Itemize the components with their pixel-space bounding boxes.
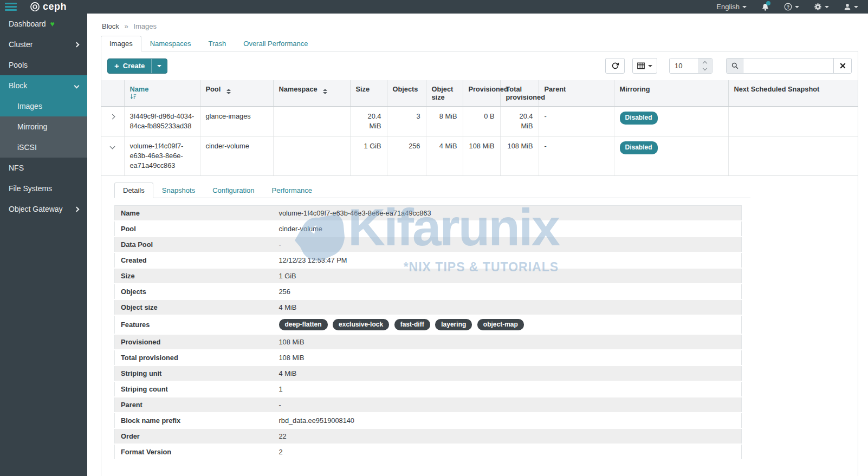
column-header-namespace[interactable]: Namespace <box>273 80 350 107</box>
page-size-stepper[interactable] <box>698 58 712 73</box>
tab-overall-performance[interactable]: Overall Performance <box>235 36 316 51</box>
detail-label: Objects <box>115 284 273 299</box>
detail-value: 256 <box>273 284 742 299</box>
page-size-input[interactable] <box>670 58 698 73</box>
sidebar-item-cluster[interactable]: Cluster <box>0 34 87 55</box>
column-header-pool[interactable]: Pool <box>200 80 273 107</box>
sort-amount-icon <box>130 93 195 100</box>
refresh-button[interactable] <box>605 58 625 74</box>
sidebar-item-label: Block <box>9 81 27 90</box>
language-label: English <box>716 3 740 11</box>
stepper-down-icon <box>703 66 707 70</box>
top-navbar: ceph English ? <box>0 0 868 14</box>
column-header-object-size[interactable]: Object size <box>426 80 463 107</box>
sidebar-item-dashboard[interactable]: Dashboard ♥ <box>0 14 87 34</box>
feature-pill: exclusive-lock <box>333 319 389 330</box>
column-visibility-button[interactable] <box>632 58 657 74</box>
tab-images[interactable]: Images <box>101 36 141 51</box>
column-header-size[interactable]: Size <box>350 80 387 107</box>
sidebar-item-mirroring[interactable]: Mirroring <box>0 116 87 137</box>
settings-dropdown[interactable] <box>814 3 829 11</box>
detail-label: Name <box>115 205 273 221</box>
tab-trash[interactable]: Trash <box>200 36 235 51</box>
expand-row-icon[interactable] <box>110 114 115 120</box>
sidebar-item-label: iSCSI <box>17 143 37 152</box>
svg-text:?: ? <box>787 4 789 10</box>
tab-performance[interactable]: Performance <box>263 182 321 198</box>
expand-column-header <box>101 80 124 107</box>
stepper-up-icon <box>703 61 707 66</box>
column-label: Next Scheduled Snapshot <box>734 85 820 93</box>
cell-namespace <box>273 107 350 136</box>
help-dropdown[interactable]: ? <box>784 3 799 11</box>
create-split-button: + Create <box>107 58 167 74</box>
cell-objects: 256 <box>387 136 426 175</box>
sidebar-item-iscsi[interactable]: iSCSI <box>0 137 87 158</box>
create-dropdown-toggle[interactable] <box>151 59 167 73</box>
mirroring-status-badge: Disabled <box>620 141 658 154</box>
brand-text: ceph <box>43 1 67 12</box>
tab-configuration[interactable]: Configuration <box>204 182 263 198</box>
cell-size: 20.4 MiB <box>350 107 387 136</box>
sidebar-item-label: Cluster <box>9 40 33 49</box>
column-header-name[interactable]: Name <box>124 80 200 107</box>
sort-icon <box>323 89 327 94</box>
tab-details[interactable]: Details <box>114 182 153 198</box>
clear-search-button[interactable] <box>833 58 851 73</box>
column-label: Pool <box>206 85 221 93</box>
detail-value: 2 <box>273 444 742 460</box>
detail-label: Parent <box>115 397 273 413</box>
column-label: Object size <box>432 85 454 101</box>
sidebar-item-file-systems[interactable]: File Systems <box>0 178 87 199</box>
column-label: Provisioned <box>469 85 508 93</box>
table-row[interactable]: 3f449c9f-d96d-4034-84ca-fb895233ad38 gla… <box>101 107 858 136</box>
column-header-total-provisioned[interactable]: Total provisioned <box>500 80 539 107</box>
tab-namespaces[interactable]: Namespaces <box>141 36 200 51</box>
detail-kv-table: Name volume-1f4c09f7-e63b-46e3-8e6e-ea71… <box>114 205 742 460</box>
sidebar-item-pools[interactable]: Pools <box>0 55 87 75</box>
sidebar-item-block[interactable]: Block <box>0 75 87 96</box>
breadcrumb-block-link[interactable]: Block <box>102 22 119 30</box>
detail-label: Striping count <box>115 381 273 397</box>
column-header-parent[interactable]: Parent <box>539 80 614 107</box>
detail-value: 108 MiB <box>273 350 742 366</box>
table-toolbar: + Create <box>101 51 858 80</box>
caret-down-icon <box>648 65 652 67</box>
detail-label: Pool <box>115 221 273 237</box>
sidebar-item-nfs[interactable]: NFS <box>0 158 87 178</box>
collapse-row-icon[interactable] <box>110 144 115 149</box>
images-table: Name Pool <box>101 80 858 176</box>
create-button[interactable]: + Create <box>108 61 151 70</box>
search-input[interactable] <box>743 58 833 73</box>
sidebar-item-object-gateway[interactable]: Object Gateway <box>0 199 87 219</box>
detail-label: Data Pool <box>115 237 273 252</box>
column-header-objects[interactable]: Objects <box>387 80 426 107</box>
language-dropdown[interactable]: English <box>716 3 747 11</box>
detail-row: Provisioned 108 MiB <box>115 334 742 350</box>
cell-size: 1 GiB <box>350 136 387 175</box>
column-header-provisioned[interactable]: Provisioned <box>463 80 500 107</box>
cell-total-provisioned: 108 MiB <box>500 136 539 175</box>
detail-label: Created <box>115 252 273 268</box>
detail-value: - <box>273 237 742 252</box>
cell-namespace <box>273 136 350 175</box>
breadcrumb-separator: » <box>124 22 128 30</box>
user-icon <box>844 3 851 11</box>
user-dropdown[interactable] <box>844 3 858 11</box>
tab-snapshots[interactable]: Snapshots <box>153 182 204 198</box>
detail-row: Data Pool - <box>115 237 742 252</box>
refresh-icon <box>611 62 619 70</box>
cell-parent: - <box>539 136 614 175</box>
detail-tabs: Details Snapshots Configuration Performa… <box>114 182 750 198</box>
notifications-button[interactable] <box>761 3 769 11</box>
column-header-mirroring[interactable]: Mirroring <box>614 80 728 107</box>
detail-value: 12/12/23 12:53:47 PM <box>273 252 742 268</box>
detail-value: 4 MiB <box>273 366 742 381</box>
detail-row: Striping count 1 <box>115 381 742 397</box>
sidebar-item-images[interactable]: Images <box>0 96 87 116</box>
sidebar-nav: Dashboard ♥ Cluster Pools Block Images M… <box>0 14 87 476</box>
hamburger-menu-icon[interactable] <box>5 3 17 11</box>
table-row[interactable]: volume-1f4c09f7-e63b-46e3-8e6e-ea71a49cc… <box>101 136 858 175</box>
ceph-logo-icon <box>30 2 40 12</box>
column-header-next-scheduled-snapshot[interactable]: Next Scheduled Snapshot <box>728 80 858 107</box>
